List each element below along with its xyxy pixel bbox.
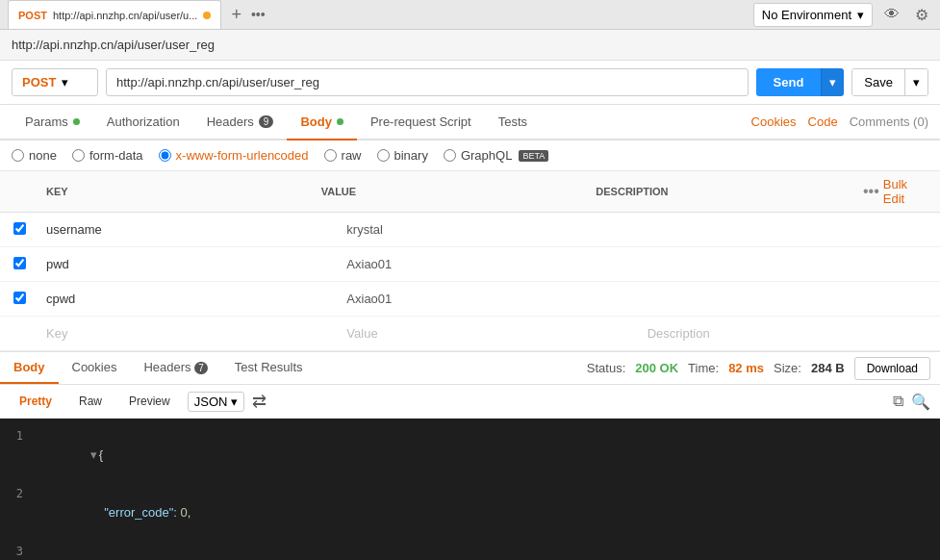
table-row: cpwd Axiao01 [0,282,940,317]
resp-tab-test-results[interactable]: Test Results [221,352,317,384]
row1-desc [640,224,940,236]
body-active-dot [337,118,343,125]
copy-icon[interactable]: ⧉ [893,393,903,411]
send-button[interactable]: Send [756,68,822,96]
table-row-placeholder: Key Value Description [0,317,940,351]
send-button-group: Send ▾ [756,68,845,96]
tab-bar-right: No Environment ▾ 👁 ⚙ [753,2,932,28]
line-number: 3 [0,542,35,560]
table-row: username krystal [0,213,940,247]
line-content: "error_code": 0, [35,484,191,542]
tab-authorization[interactable]: Authorization [93,105,193,140]
comments-link[interactable]: Comments (0) [850,115,928,129]
code-link[interactable]: Code [808,115,838,129]
nav-tab-right: Cookies Code Comments (0) [751,115,928,129]
eye-icon[interactable]: 👁 [880,2,903,27]
tabs-more-button[interactable]: ••• [251,7,266,22]
chevron-down-icon: ▾ [857,8,864,22]
url-display-area: http://api.nnzhp.cn/api/user/user_reg [0,30,940,61]
row1-check[interactable] [0,222,38,238]
radio-raw[interactable]: raw [324,148,362,163]
status-code: 200 OK [635,361,678,375]
table-header: KEY VALUE DESCRIPTION ••• Bulk Edit [0,171,940,213]
row1-value: krystal [339,216,639,242]
code-area: 1 ▾{ 2 "error_code": 0, 3 "msg": "注册成功！"… [0,419,940,560]
graphql-beta-badge: BETA [519,150,548,162]
bulk-edit-button[interactable]: Bulk Edit [883,177,932,206]
header-key-col: KEY [38,182,314,201]
tab-pre-request-script[interactable]: Pre-request Script [357,105,485,140]
radio-binary[interactable]: binary [377,148,428,163]
row3-key: cpwd [38,286,339,312]
tab-bar: POST http://api.nnzhp.cn/api/user/u... +… [0,0,940,30]
download-button[interactable]: Download [854,357,930,380]
row1-key: username [38,216,339,242]
radio-form-data[interactable]: form-data [72,148,143,163]
send-dropdown-button[interactable]: ▾ [821,68,844,96]
resp-tab-headers[interactable]: Headers 7 [130,352,220,384]
body-type-row: none form-data x-www-form-urlencoded raw… [0,140,940,171]
cookies-link[interactable]: Cookies [751,115,797,129]
language-selector[interactable]: JSON ▾ [188,392,245,412]
radio-none[interactable]: none [12,148,57,163]
fold-arrow[interactable]: ▾ [90,447,97,462]
line-content: "msg": "注册成功！" [35,542,216,560]
params-table: KEY VALUE DESCRIPTION ••• Bulk Edit user… [0,171,940,352]
url-input[interactable] [106,68,749,96]
tab-authorization-label: Authorization [107,115,180,129]
placeholder-value: Value [339,320,639,346]
save-dropdown-button[interactable]: ▾ [904,69,927,95]
format-row-right: ⧉ 🔍 [893,393,930,411]
row2-desc [640,259,940,270]
resp-tab-body[interactable]: Body [0,352,59,384]
format-preview-button[interactable]: Preview [119,391,180,412]
environment-selector[interactable]: No Environment ▾ [753,3,873,27]
response-time: 82 ms [728,361,764,375]
row3-check[interactable] [0,292,38,307]
format-row: Pretty Raw Preview JSON ▾ ⇄ ⧉ 🔍 [0,385,940,419]
chevron-down-icon: ▾ [231,395,238,409]
format-pretty-button[interactable]: Pretty [10,391,62,412]
row3-value: Axiao01 [339,286,639,312]
wrap-button[interactable]: ⇄ [252,391,267,412]
new-tab-button[interactable]: + [225,5,247,25]
row3-desc [640,293,940,305]
url-display: http://api.nnzhp.cn/api/user/user_reg [12,38,215,52]
radio-graphql[interactable]: GraphQL BETA [444,148,548,163]
time-label: Time: [688,361,719,375]
response-status: Status: 200 OK Time: 82 ms Size: 284 B D… [587,357,940,380]
resp-tab-cookies[interactable]: Cookies [59,352,131,384]
params-active-dot [73,118,80,125]
format-raw-button[interactable]: Raw [69,391,112,412]
json-label: JSON [194,395,228,409]
headers-badge: 9 [259,115,274,128]
radio-urlencoded[interactable]: x-www-form-urlencoded [159,148,309,163]
more-options-icon[interactable]: ••• [863,183,879,200]
row2-key: pwd [38,251,339,277]
nav-tabs: Params Authorization Headers 9 Body Pre-… [0,105,940,140]
row2-value: Axiao01 [339,251,639,277]
row2-check[interactable] [0,257,38,272]
tab-params[interactable]: Params [12,105,93,140]
chevron-down-icon: ▾ [62,75,68,89]
status-label: Status: [587,361,625,375]
line-number: 1 [0,426,35,484]
active-tab[interactable]: POST http://api.nnzhp.cn/api/user/u... [8,0,221,29]
response-area: Body Cookies Headers 7 Test Results Stat… [0,352,940,560]
tab-headers[interactable]: Headers 9 [193,105,288,140]
line-content: ▾{ [35,426,103,484]
tab-headers-label: Headers [207,115,254,129]
settings-icon[interactable]: ⚙ [911,2,932,28]
header-desc-col: DESCRIPTION [588,182,863,201]
tab-body-label: Body [300,115,332,129]
response-size: 284 B [811,361,845,375]
tab-tests-label: Tests [498,115,527,129]
search-icon[interactable]: 🔍 [911,393,930,411]
save-button[interactable]: Save [852,69,904,95]
tab-tests[interactable]: Tests [485,105,541,140]
resp-headers-badge: 7 [194,362,208,374]
method-selector[interactable]: POST ▾ [12,68,98,96]
tab-unsaved-dot [203,12,211,19]
tab-body[interactable]: Body [287,105,357,140]
code-line-3: 3 "msg": "注册成功！" [0,542,940,560]
